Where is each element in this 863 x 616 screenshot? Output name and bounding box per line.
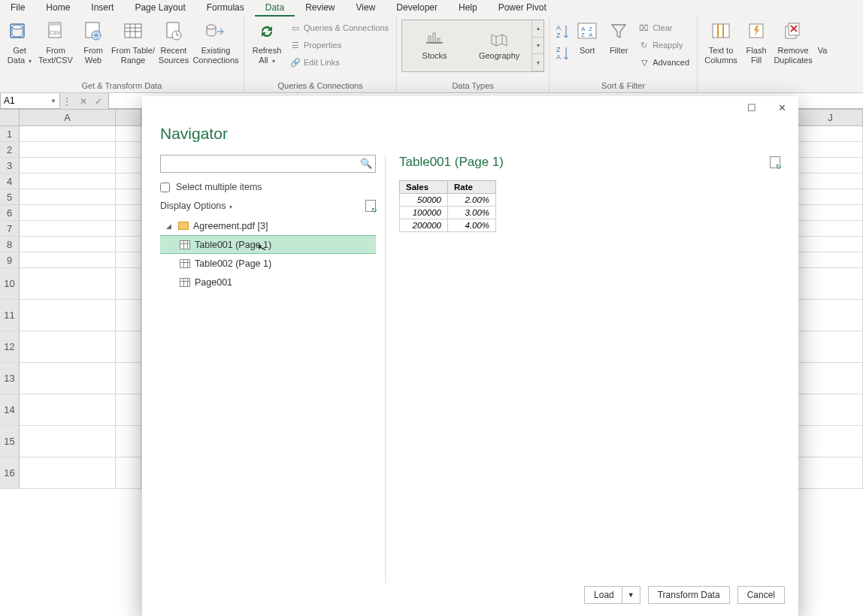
- tab-pagelayout[interactable]: Page Layout: [124, 0, 195, 17]
- cell[interactable]: [20, 300, 116, 331]
- tab-powerpivot[interactable]: Power Pivot: [488, 0, 557, 17]
- cell[interactable]: [798, 237, 863, 252]
- cell[interactable]: [20, 205, 116, 220]
- cell[interactable]: [116, 205, 141, 220]
- properties-button[interactable]: ☰Properties: [286, 37, 392, 53]
- cell[interactable]: [798, 363, 863, 394]
- advanced-filter-button[interactable]: ▽Advanced: [635, 54, 692, 71]
- cell[interactable]: [20, 426, 116, 457]
- row-header[interactable]: 4: [0, 174, 20, 189]
- clear-filter-button[interactable]: ⌧Clear: [635, 20, 692, 36]
- display-options-dropdown[interactable]: Display Options: [160, 201, 232, 211]
- data-type-geography[interactable]: Geography: [467, 20, 531, 71]
- cell[interactable]: [798, 126, 863, 141]
- cell[interactable]: [116, 426, 141, 457]
- cell[interactable]: [116, 394, 141, 425]
- select-all-corner[interactable]: [0, 110, 20, 125]
- cell[interactable]: [116, 300, 141, 331]
- cell[interactable]: [116, 331, 141, 362]
- cell[interactable]: [798, 189, 863, 204]
- from-web-button[interactable]: From Web: [77, 18, 110, 65]
- cancel-formula-icon[interactable]: ✕: [80, 96, 87, 107]
- navigator-search-input[interactable]: [160, 155, 376, 173]
- close-button[interactable]: ✕: [771, 102, 792, 113]
- load-dropdown-caret[interactable]: ▼: [622, 587, 640, 603]
- collapse-icon[interactable]: ◢: [166, 222, 174, 230]
- flash-fill-button[interactable]: Flash Fill: [741, 18, 771, 65]
- name-box[interactable]: A1 ▼: [0, 93, 60, 109]
- cell[interactable]: [20, 126, 116, 141]
- refresh-preview-icon[interactable]: [770, 156, 780, 168]
- load-button[interactable]: Load ▼: [584, 586, 640, 604]
- tree-item-table001[interactable]: Table001 (Page 1): [160, 235, 376, 254]
- tab-home[interactable]: Home: [35, 0, 80, 17]
- cell[interactable]: [20, 237, 116, 252]
- cell[interactable]: [20, 252, 116, 267]
- tab-file[interactable]: File: [0, 0, 35, 17]
- remove-duplicates-button[interactable]: Remove Duplicates: [773, 18, 813, 65]
- refresh-all-button[interactable]: Refresh All: [249, 18, 285, 65]
- queries-connections-button[interactable]: ▭Queries & Connections: [286, 20, 392, 36]
- row-header[interactable]: 15: [0, 426, 20, 457]
- tab-view[interactable]: View: [346, 0, 386, 17]
- data-types-gallery[interactable]: Stocks Geography ▴▾▾: [401, 20, 544, 72]
- row-header[interactable]: 5: [0, 189, 20, 204]
- row-header[interactable]: 1: [0, 126, 20, 141]
- cell[interactable]: [20, 331, 116, 362]
- recent-sources-button[interactable]: Recent Sources: [156, 18, 191, 65]
- sort-asc-button[interactable]: AZ: [554, 23, 571, 44]
- row-header[interactable]: 14: [0, 394, 20, 425]
- column-header-a[interactable]: A: [20, 110, 116, 125]
- tab-help[interactable]: Help: [448, 0, 488, 17]
- cell[interactable]: [20, 158, 116, 173]
- cell[interactable]: [798, 158, 863, 173]
- cell[interactable]: [20, 221, 116, 236]
- gallery-scroll[interactable]: ▴▾▾: [531, 20, 544, 71]
- cell[interactable]: [798, 331, 863, 362]
- cell[interactable]: [20, 174, 116, 189]
- cell[interactable]: [116, 158, 141, 173]
- data-type-stocks[interactable]: Stocks: [402, 20, 467, 71]
- cell[interactable]: [798, 300, 863, 331]
- row-header[interactable]: 2: [0, 142, 20, 157]
- cell[interactable]: [798, 252, 863, 267]
- row-header[interactable]: 10: [0, 268, 20, 299]
- transform-data-button[interactable]: Transform Data: [648, 586, 730, 604]
- tab-insert[interactable]: Insert: [80, 0, 124, 17]
- search-icon[interactable]: 🔍: [360, 158, 372, 169]
- tab-developer[interactable]: Developer: [386, 0, 448, 17]
- sort-button[interactable]: AZZA Sort: [572, 18, 602, 56]
- row-header[interactable]: 16: [0, 457, 20, 488]
- cell[interactable]: [116, 142, 141, 157]
- cell[interactable]: [116, 268, 141, 299]
- row-header[interactable]: 6: [0, 205, 20, 220]
- maximize-button[interactable]: ☐: [741, 102, 762, 113]
- get-data-button[interactable]: Get Data: [5, 18, 35, 65]
- row-header[interactable]: 8: [0, 237, 20, 252]
- cell[interactable]: [798, 457, 863, 488]
- from-table-range-button[interactable]: From Table/ Range: [111, 18, 155, 65]
- tree-root[interactable]: ◢ Agreement.pdf [3]: [160, 216, 376, 235]
- sort-desc-button[interactable]: ZA: [554, 44, 571, 65]
- existing-connections-button[interactable]: Existing Connections: [192, 18, 239, 65]
- cell[interactable]: [798, 268, 863, 299]
- row-header[interactable]: 9: [0, 252, 20, 267]
- refresh-tree-icon[interactable]: [365, 200, 376, 212]
- row-header[interactable]: 11: [0, 300, 20, 331]
- enter-formula-icon[interactable]: ✓: [95, 96, 102, 107]
- tree-item-page001[interactable]: Page001: [160, 273, 376, 291]
- row-header[interactable]: 3: [0, 158, 20, 173]
- cell[interactable]: [20, 268, 116, 299]
- tab-review[interactable]: Review: [295, 0, 345, 17]
- row-header[interactable]: 13: [0, 363, 20, 394]
- cell[interactable]: [116, 221, 141, 236]
- edit-links-button[interactable]: 🔗Edit Links: [286, 54, 392, 71]
- cell[interactable]: [20, 142, 116, 157]
- tab-formulas[interactable]: Formulas: [196, 0, 255, 17]
- filter-button[interactable]: Filter: [604, 18, 634, 56]
- cell[interactable]: [20, 189, 116, 204]
- cell[interactable]: [116, 174, 141, 189]
- tree-item-table002[interactable]: Table002 (Page 1): [160, 254, 376, 273]
- cell[interactable]: [20, 363, 116, 394]
- cell[interactable]: [798, 174, 863, 189]
